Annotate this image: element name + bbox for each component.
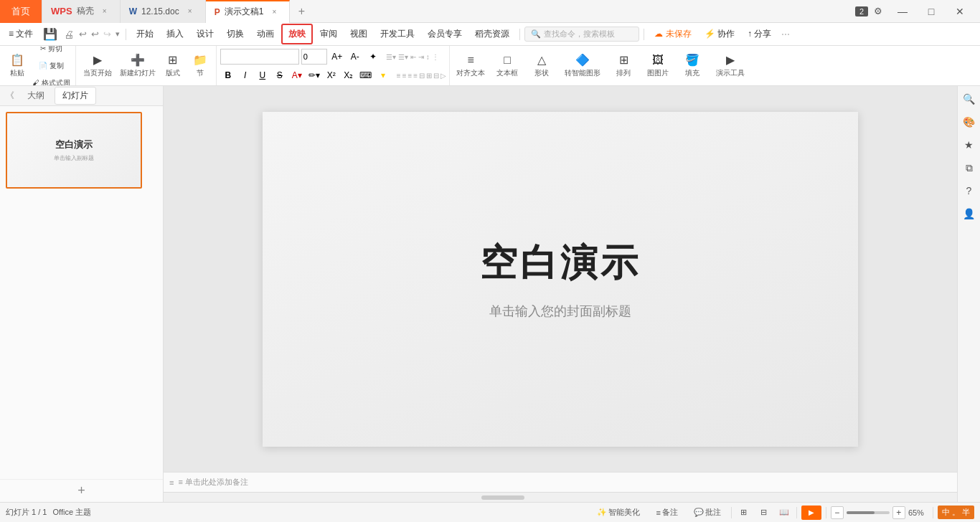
highlight-btn[interactable]: ✏▾ (306, 67, 322, 83)
redo-icon[interactable]: ↪ (102, 29, 113, 39)
right-sidebar-help-icon[interactable]: ? (959, 181, 979, 201)
presentation-tools-button[interactable]: ▶ 演示工具 (712, 49, 749, 83)
menu-start[interactable]: 开始 (131, 25, 159, 43)
format-painter-button[interactable]: 🖌 格式式周 (30, 75, 72, 87)
right-sidebar-style-icon[interactable]: 🎨 (959, 112, 979, 132)
right-sidebar-search-icon[interactable]: 🔍 (959, 89, 979, 109)
new-tab-button[interactable]: + (290, 0, 313, 23)
right-sidebar-star-icon[interactable]: ★ (959, 135, 979, 155)
view-reading-button[interactable]: 📖 (776, 506, 792, 519)
tab-home[interactable]: 首页 (0, 0, 42, 23)
font-grow-button[interactable]: A+ (329, 49, 345, 65)
menu-resources[interactable]: 稻壳资源 (469, 25, 515, 43)
ppt-tab-close[interactable]: × (268, 6, 281, 19)
align-right-btn[interactable]: ≡ (407, 72, 412, 80)
indent-dec[interactable]: ⇤ (410, 53, 416, 61)
underline-button[interactable]: U (255, 67, 270, 83)
layout-button[interactable]: ⊞ 版式 (160, 49, 186, 83)
arrange-button[interactable]: ⊞ 排列 (608, 49, 639, 83)
close-button[interactable]: ✕ (946, 0, 974, 23)
shape-button[interactable]: △ 形状 (527, 49, 557, 83)
collapse-button[interactable]: 《 (3, 86, 17, 106)
dropdown-arrow[interactable]: ▾ (114, 29, 121, 39)
copy-button[interactable]: 📄 复制 (30, 58, 72, 74)
indent-inc[interactable]: ⇥ (418, 53, 424, 61)
menu-collab[interactable]: ⚡ 协作 (699, 25, 740, 43)
more-menu-icon[interactable]: ⋯ (778, 29, 793, 39)
right-sidebar-copy-icon[interactable]: ⧉ (959, 158, 979, 178)
comments-button[interactable]: 💬 批注 (688, 506, 727, 519)
image-button[interactable]: 🖼 图图片 (643, 49, 673, 83)
smart-beautify-button[interactable]: ✨ 智能美化 (591, 506, 646, 519)
settings-icon[interactable]: ⚙ (874, 6, 882, 16)
superscript-button[interactable]: X² (324, 67, 339, 83)
word-tab-close[interactable]: × (184, 5, 197, 18)
view-normal-button[interactable]: ⊞ (736, 506, 752, 519)
slide-subtitle[interactable]: 单击输入您的封面副标题 (489, 303, 631, 320)
smart-shape-btn[interactable]: ▷ (440, 72, 446, 80)
line-spacing[interactable]: ↕ (426, 53, 430, 61)
view-slide-sorter-button[interactable]: ⊟ (756, 506, 772, 519)
align-text-button[interactable]: ≡ 对齐文本 (453, 49, 488, 83)
maximize-button[interactable]: □ (917, 0, 946, 23)
para-spacing[interactable]: ⋮ (432, 53, 439, 61)
undo2-icon[interactable]: ↩ (90, 29, 100, 39)
list-button1[interactable]: ☰▾ (386, 53, 396, 61)
print-icon[interactable]: 🖨 (62, 29, 76, 40)
tab-wps[interactable]: WPS 稿壳 × (42, 0, 121, 23)
menu-view[interactable]: 视图 (344, 25, 373, 43)
menu-play[interactable]: 放映 (281, 24, 313, 44)
notes-button[interactable]: ≡ 备注 (650, 506, 683, 519)
clear-format-button[interactable]: ✦ (365, 49, 381, 65)
outline-tab[interactable]: 大纲 (20, 87, 52, 104)
menu-member[interactable]: 会员专享 (422, 25, 468, 43)
slide-thumbnail-1[interactable]: 空白演示 单击输入副标题 (6, 112, 142, 189)
undo-icon[interactable]: ↩ (77, 29, 88, 39)
bg-color-btn[interactable]: ▾ (375, 67, 391, 83)
align-center-btn[interactable]: ≡ (402, 72, 407, 80)
current-page-start-button[interactable]: ▶ 当页开始 (80, 49, 116, 83)
notes-placeholder[interactable]: ≡ 单击此处添加备注 (178, 477, 248, 488)
menu-file[interactable]: ≡ 文件 (3, 25, 39, 43)
col-count-btn[interactable]: ⊟ (433, 72, 439, 80)
smart-art-button[interactable]: 🔷 转智能图形 (561, 49, 604, 83)
zoom-in-button[interactable]: + (892, 506, 905, 519)
save-icon[interactable]: 💾 (40, 27, 60, 41)
font-shrink-button[interactable]: A- (347, 49, 363, 65)
slides-tab[interactable]: 幻灯片 (55, 87, 96, 105)
minimize-button[interactable]: — (888, 0, 917, 23)
subscript-button[interactable]: X₂ (341, 67, 357, 83)
slide-canvas[interactable]: 空白演示 单击输入您的封面副标题 (263, 112, 858, 447)
fill-button[interactable]: 🪣 填充 (677, 49, 707, 83)
slide-item-1[interactable]: 1 空白演示 单击输入副标题 (6, 112, 157, 189)
strikethrough-button[interactable]: S (272, 67, 288, 83)
canvas-scroll[interactable]: 空白演示 单击输入您的封面副标题 (164, 86, 957, 472)
list-button2[interactable]: ☰▾ (398, 53, 408, 61)
menu-cloud-save[interactable]: ☁ 未保存 (649, 25, 697, 43)
align-left-btn[interactable]: ≡ (397, 72, 401, 80)
menu-design[interactable]: 设计 (191, 25, 220, 43)
menu-animation[interactable]: 动画 (251, 25, 280, 43)
zoom-bar[interactable] (847, 511, 890, 514)
menu-review[interactable]: 审阅 (314, 25, 343, 43)
cut-button[interactable]: ✂ 剪切 (30, 46, 72, 57)
slide-main-title[interactable]: 空白演示 (480, 238, 641, 288)
menu-switch[interactable]: 切换 (221, 25, 250, 43)
align-justify-btn[interactable]: ≡ (413, 72, 418, 80)
font-color-btn[interactable]: A▾ (289, 67, 305, 83)
play-slideshow-button[interactable]: ▶ (801, 506, 821, 520)
section-button[interactable]: 📁 节 (187, 49, 213, 83)
menu-share[interactable]: ↑ 分享 (742, 25, 777, 43)
menu-insert[interactable]: 插入 (161, 25, 189, 43)
wps-tab-close[interactable]: × (98, 5, 111, 18)
search-box[interactable]: 🔍 查找命令，搜索模板 (524, 27, 639, 42)
align-distribute-btn[interactable]: ⊟ (419, 72, 425, 80)
italic-button[interactable]: I (237, 67, 253, 83)
text-box-button[interactable]: □ 文本框 (492, 49, 522, 83)
horizontal-scrollbar[interactable] (164, 492, 957, 502)
tab-ppt[interactable]: P 演示文稿1 × (206, 0, 291, 23)
font-size-input[interactable] (301, 49, 327, 65)
h-scroll-thumb[interactable] (481, 495, 524, 500)
new-slide-button[interactable]: ➕ 新建幻灯片 (117, 49, 159, 83)
tab-word[interactable]: W 12.15.doc × (121, 0, 206, 23)
